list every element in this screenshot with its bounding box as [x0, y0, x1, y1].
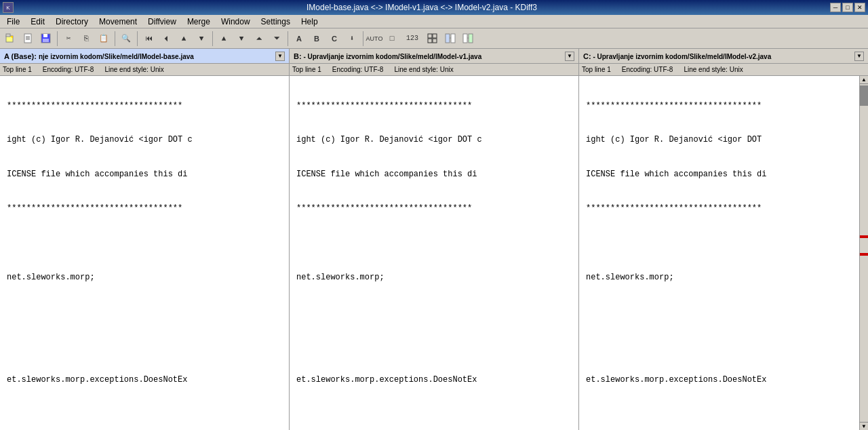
- btn-b[interactable]: B: [309, 31, 325, 47]
- nav-down2[interactable]: ⏷: [269, 31, 285, 47]
- close-button[interactable]: ✕: [854, 3, 865, 12]
- nav-down-small[interactable]: ▼: [193, 31, 210, 47]
- code-line: ************************************: [582, 100, 865, 112]
- code-line: [292, 306, 576, 317]
- code-line: net.sleworks.morp;: [292, 272, 576, 284]
- btn-merge-b[interactable]: [460, 31, 476, 47]
- code-content-b[interactable]: ************************************ igh…: [290, 76, 578, 430]
- code-line: [3, 306, 286, 317]
- menu-edit[interactable]: Edit: [25, 16, 50, 28]
- code-line: [292, 340, 576, 352]
- menu-diffview[interactable]: Diffview: [142, 16, 182, 28]
- nav-start[interactable]: ⏮: [140, 31, 157, 47]
- btn-grid1[interactable]: [425, 31, 441, 47]
- code-line: net.sleworks.morp;: [3, 272, 286, 284]
- code-line: ight (c) Igor R. Dejanović <igor DOT c: [3, 134, 286, 146]
- menu-bar: File Edit Directory Movement Diffview Me…: [0, 15, 868, 28]
- search-button[interactable]: 🔍: [118, 31, 134, 47]
- code-line: ICENSE file which accompanies this di: [582, 169, 865, 180]
- nav-up-a[interactable]: ▲: [216, 31, 232, 47]
- window-controls: ─ □ ✕: [830, 3, 865, 12]
- menu-movement[interactable]: Movement: [94, 16, 142, 28]
- code-line: et.sleworks.morp.exceptions.DoesNotEx: [292, 374, 576, 386]
- code-line: [3, 237, 286, 249]
- code-line: et.sleworks.morp.exceptions.DoesNotEx: [582, 374, 865, 386]
- code-pane-c: ************************************ igh…: [579, 76, 868, 430]
- copy-button[interactable]: ⎘: [78, 31, 94, 47]
- pane-headers: A (Base): nje izvornim kodom/Slike/meld/…: [0, 49, 868, 64]
- menu-directory[interactable]: Directory: [50, 16, 94, 28]
- new-button[interactable]: [20, 31, 37, 47]
- pane-b-encoding: Encoding: UTF-8: [332, 66, 384, 73]
- svg-rect-2: [6, 34, 10, 37]
- cut-button[interactable]: ✂: [60, 31, 77, 47]
- menu-merge[interactable]: Merge: [182, 16, 216, 28]
- pane-header-a: A (Base): nje izvornim kodom/Slike/meld/…: [0, 49, 290, 63]
- title-bar: K IModel-base.java <-> IModel-v1.java <-…: [0, 0, 868, 15]
- btn-box[interactable]: □: [384, 31, 400, 47]
- code-content-c[interactable]: ************************************ igh…: [579, 76, 868, 430]
- code-line: [582, 237, 865, 249]
- code-line: [582, 340, 865, 352]
- pane-b-expand[interactable]: ▼: [565, 52, 574, 61]
- toolbar-sep-3: [137, 31, 138, 46]
- code-line: ************************************: [292, 100, 576, 112]
- btn-merge-down[interactable]: ⬇: [344, 31, 360, 47]
- svg-rect-17: [463, 34, 467, 43]
- nav-up-small[interactable]: ▲: [176, 31, 192, 47]
- paste-button[interactable]: 📋: [96, 31, 112, 47]
- btn-auto[interactable]: AUTO: [366, 31, 382, 47]
- pane-a-expand[interactable]: ▼: [275, 52, 285, 61]
- save-button[interactable]: [38, 31, 54, 47]
- code-panes: ************************************ igh…: [0, 76, 868, 430]
- code-pane-a: ************************************ igh…: [0, 76, 290, 430]
- restore-button[interactable]: □: [842, 3, 853, 12]
- toolbar-sep-6: [363, 31, 363, 46]
- code-content-a[interactable]: ************************************ igh…: [0, 76, 289, 430]
- pane-c-expand[interactable]: ▼: [854, 52, 864, 61]
- nav-prev[interactable]: ⏴: [158, 31, 174, 47]
- pane-c-encoding: Encoding: UTF-8: [622, 66, 673, 73]
- code-line: ************************************: [582, 203, 865, 214]
- btn-merge-a[interactable]: [442, 31, 458, 47]
- menu-window[interactable]: Window: [216, 16, 256, 28]
- line-number: 123: [401, 31, 423, 47]
- scrollbar-marker-2: [860, 253, 868, 256]
- scrollbar-up[interactable]: ▲: [860, 76, 868, 84]
- pane-b-label: B: - Upravljanje izvornim kodom/Slike/me…: [294, 52, 564, 60]
- btn-a[interactable]: A: [291, 31, 307, 47]
- code-line: ight (c) Igor R. Dejanović <igor DOT c: [292, 134, 576, 146]
- pane-a-lineend: Line end style: Unix: [104, 66, 163, 73]
- scrollbar-thumb[interactable]: [860, 85, 868, 106]
- open-button[interactable]: [3, 31, 19, 47]
- scrollbar-down[interactable]: ▼: [860, 422, 868, 430]
- pane-header-b: B: - Upravljanje izvornim kodom/Slike/me…: [290, 49, 579, 63]
- info-bar-b: Top line 1 Encoding: UTF-8 Line end styl…: [290, 64, 579, 75]
- pane-a-topline: Top line 1: [3, 66, 32, 73]
- nav-down-a[interactable]: ▼: [233, 31, 250, 47]
- vertical-scrollbar[interactable]: ▲ ▼: [859, 76, 868, 430]
- svg-rect-14: [446, 34, 450, 43]
- window-title: IModel-base.java <-> IModel-v1.java <-> …: [14, 3, 830, 12]
- info-bar-c: Top line 1 Encoding: UTF-8 Line end styl…: [579, 64, 868, 75]
- menu-help[interactable]: Help: [296, 16, 323, 28]
- minimize-button[interactable]: ─: [830, 3, 841, 12]
- svg-rect-9: [43, 39, 49, 42]
- info-bar-a: Top line 1 Encoding: UTF-8 Line end styl…: [0, 64, 290, 75]
- code-line: [292, 237, 576, 249]
- code-line: ight (c) Igor R. Dejanović <igor DOT: [582, 134, 865, 146]
- code-line: [582, 306, 865, 317]
- pane-a-label: A (Base): nje izvornim kodom/Slike/meld/…: [4, 52, 274, 60]
- pane-b-lineend: Line end style: Unix: [394, 66, 453, 73]
- toolbar-sep-2: [115, 31, 115, 46]
- menu-settings[interactable]: Settings: [256, 16, 296, 28]
- nav-up2[interactable]: ⏶: [251, 31, 267, 47]
- code-line: ************************************: [292, 203, 576, 214]
- pane-c-lineend: Line end style: Unix: [684, 66, 743, 73]
- pane-a-encoding: Encoding: UTF-8: [43, 66, 94, 73]
- svg-rect-12: [428, 39, 432, 43]
- menu-file[interactable]: File: [1, 16, 25, 28]
- code-line: ICENSE file which accompanies this di: [3, 169, 286, 180]
- pane-header-c: C: - Upravljanje izvornim kodom/Slike/me…: [579, 49, 868, 63]
- btn-c[interactable]: C: [326, 31, 342, 47]
